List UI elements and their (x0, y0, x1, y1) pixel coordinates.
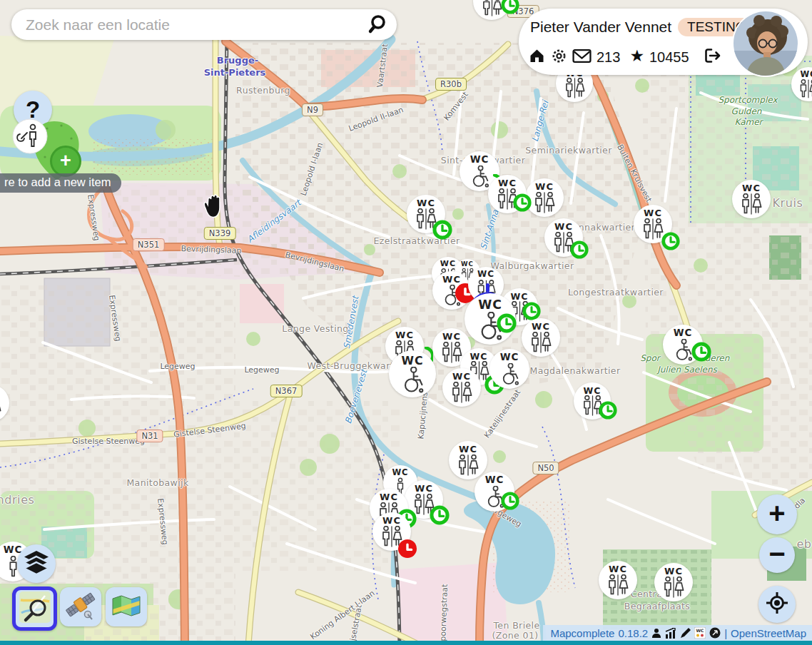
add-new-item-pin[interactable]: + (6, 114, 84, 186)
avatar[interactable] (734, 11, 798, 76)
user-name: Pieter Vander Vennet (530, 19, 671, 36)
svg-text:WC: WC (696, 628, 705, 633)
logout-icon[interactable] (703, 47, 722, 67)
map-marker-toilet[interactable]: WC (474, 472, 514, 512)
license-icon[interactable] (709, 627, 721, 639)
marker-label: WC (417, 198, 435, 208)
map-marker-toilet[interactable]: WC (372, 512, 411, 551)
plus-icon[interactable]: + (50, 146, 81, 177)
zoom-in-glyph: + (768, 513, 785, 516)
map-marker-toilet[interactable]: WC (732, 180, 771, 218)
marker-label: WC (440, 260, 456, 268)
style-button-osm[interactable] (12, 586, 57, 631)
attribution-provider[interactable]: OpenStreetMap (731, 627, 806, 639)
map-marker-toilet[interactable]: WC (449, 441, 487, 479)
map-marker-toilet[interactable]: WC (522, 318, 560, 357)
style-button-satellite[interactable] (60, 587, 101, 626)
marker-label: WC (485, 475, 504, 486)
zoom-in-button[interactable]: + (757, 494, 797, 534)
marker-label: WC (535, 182, 554, 192)
map-marker-toilet[interactable]: WC (389, 350, 436, 397)
mapcomplete-app: Brugge-Sint-PietersRustenburgKomvestVaar… (0, 0, 812, 645)
map-marker-toilet[interactable]: WC (544, 218, 583, 257)
geolocate-icon (765, 591, 789, 618)
map-marker-toilet[interactable]: WC (442, 368, 481, 407)
satellite-icon (64, 590, 97, 624)
marker-label: WC (415, 484, 433, 494)
folded-map-icon (111, 594, 141, 621)
marker-label: WC (382, 516, 401, 526)
search-bar[interactable] (11, 9, 397, 40)
attribution-separator: | (724, 627, 727, 639)
map-canvas[interactable] (0, 0, 812, 645)
map-marker-toilet[interactable]: WC (432, 271, 471, 310)
marker-label: WC (470, 155, 489, 166)
marker-label: WC (532, 322, 550, 332)
marker-label: WC (461, 261, 474, 268)
map-marker-toilet[interactable]: WC (407, 195, 445, 233)
marker-label: WC (498, 178, 517, 188)
marker-label: WC (401, 355, 423, 367)
layers-button[interactable] (17, 544, 56, 583)
home-icon[interactable] (528, 47, 546, 67)
map-marker-toilet[interactable]: WC (525, 178, 564, 217)
search-icon[interactable] (367, 13, 388, 37)
marker-label: WC (664, 567, 683, 577)
user-panel[interactable]: Pieter Vander Vennet TESTING 213 ★ 10455 (519, 9, 808, 75)
attribution-app[interactable]: Mapcomplete (550, 627, 614, 639)
geolocate-button[interactable] (758, 586, 796, 623)
marker-label: WC (674, 328, 693, 339)
zoom-out-glyph: − (768, 554, 785, 557)
message-count: 213 (597, 49, 620, 66)
gear-icon[interactable] (551, 48, 567, 67)
osm-map-icon (19, 591, 51, 626)
contributors-icon[interactable] (651, 628, 661, 639)
edit-pencil-icon[interactable] (680, 628, 691, 639)
star-icon: ★ (629, 48, 644, 64)
attribution-version[interactable]: 0.18.2 (618, 627, 648, 639)
statistics-icon[interactable] (665, 628, 676, 639)
layers-icon (22, 549, 51, 578)
marker-label: WC (442, 332, 461, 342)
messages-icon[interactable] (572, 49, 592, 66)
map-marker-toilet[interactable]: WC (654, 563, 693, 601)
map-marker-toilet[interactable]: WC (574, 382, 611, 420)
marker-label: WC (511, 292, 529, 302)
map-marker-toilet[interactable]: WC (488, 175, 527, 213)
marker-label: WC (644, 208, 662, 218)
marker-label: WC (800, 70, 812, 79)
marker-label: WC (500, 352, 519, 363)
attribution-bar[interactable]: Mapcomplete 0.18.2 WC | OpenStreetMap (543, 625, 812, 641)
marker-label: WC (392, 468, 408, 477)
map-marker-toilet[interactable]: WC (599, 561, 637, 599)
marker-label: WC (584, 386, 602, 396)
marker-label: WC (452, 372, 471, 382)
marker-label: WC (609, 564, 627, 574)
marker-label: WC (478, 298, 502, 312)
zoom-out-button[interactable]: − (759, 537, 795, 573)
marker-label: WC (742, 183, 761, 193)
map-marker-toilet[interactable]: WC (634, 205, 672, 243)
search-input[interactable] (24, 16, 367, 34)
style-button-map[interactable] (106, 587, 147, 626)
marker-label: WC (459, 445, 477, 454)
map-marker-toilet[interactable]: WC (405, 480, 443, 519)
marker-label: WC (477, 270, 494, 279)
marker-label: WC (554, 222, 573, 232)
marker-label: WC (395, 330, 414, 340)
map-marker-toilet[interactable]: WC (489, 349, 529, 389)
marker-label: WC (442, 275, 461, 285)
changeset-count: 10455 (649, 49, 689, 66)
map-marker-toilet[interactable]: WC (663, 325, 703, 365)
theme-wc-icon[interactable]: WC (694, 627, 706, 639)
marker-label: WC (470, 352, 488, 362)
map-marker-toilet[interactable]: WC (465, 293, 516, 345)
marker-label: WC (380, 492, 398, 502)
